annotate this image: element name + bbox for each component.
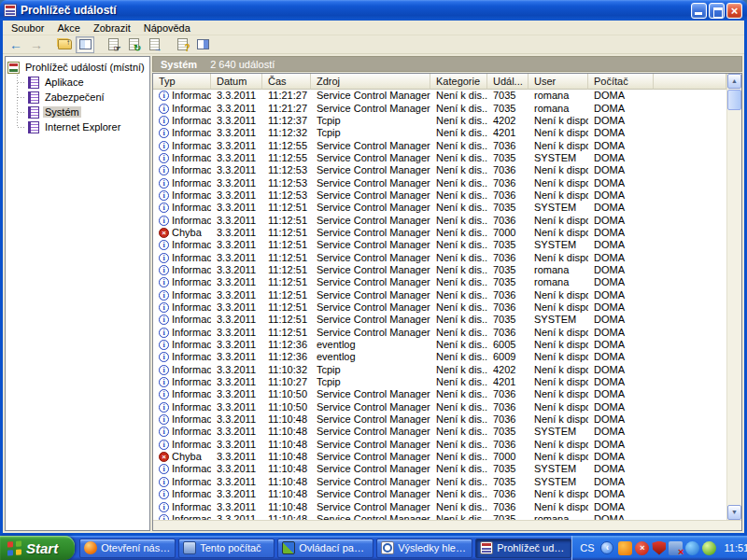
taskbar-button[interactable]: Otevření nástroje... — [79, 539, 176, 558]
sidebar-item-syst-m[interactable]: Systém — [28, 105, 148, 119]
menu-soubor[interactable]: Soubor — [5, 22, 50, 34]
taskbar-button[interactable]: Výsledky hledání — [376, 539, 472, 558]
table-row[interactable]: Informace3.3.201111:12:53Service Control… — [153, 164, 726, 176]
table-row[interactable]: Informace3.3.201111:12:36eventlogNení k … — [153, 351, 726, 363]
table-row[interactable]: Informace3.3.201111:10:48Service Control… — [153, 463, 726, 475]
language-indicator[interactable]: CS — [580, 542, 594, 553]
updates-green-icon[interactable] — [702, 541, 716, 555]
column-header[interactable]: Počítač — [588, 74, 654, 90]
taskbar-button[interactable]: Tento počítač — [178, 539, 275, 558]
up-one-level-icon[interactable] — [55, 36, 74, 53]
column-header[interactable]: Datum — [211, 74, 262, 90]
table-row[interactable]: Informace3.3.201111:10:48Service Control… — [153, 413, 726, 426]
start-button[interactable]: Start — [0, 536, 75, 560]
info-icon — [159, 464, 169, 474]
table-row[interactable]: Informace3.3.201111:12:36eventlogNení k … — [153, 339, 726, 351]
table-row[interactable]: Informace3.3.201111:12:55Service Control… — [153, 139, 726, 151]
table-row[interactable]: Informace3.3.201111:10:27TcpipNení k dis… — [153, 376, 726, 388]
taskbar-button-label: Tento počítač — [200, 542, 261, 553]
table-row[interactable]: Informace3.3.201111:12:32TcpipNení k dis… — [153, 127, 726, 139]
menu-akce[interactable]: Akce — [50, 22, 86, 34]
column-header[interactable]: Kategorie — [430, 74, 487, 90]
table-row[interactable]: Informace3.3.201111:12:51Service Control… — [153, 239, 726, 251]
table-row[interactable]: Informace3.3.201111:12:53Service Control… — [153, 189, 726, 202]
scroll-down-button[interactable]: ▼ — [727, 505, 741, 520]
table-row[interactable]: Informace3.3.201111:10:50Service Control… — [153, 401, 726, 413]
back-icon[interactable] — [7, 36, 25, 53]
table-row[interactable]: Informace3.3.201111:12:51Service Control… — [153, 301, 726, 314]
table-row[interactable]: Informace3.3.201111:12:51Service Control… — [153, 289, 726, 301]
column-header[interactable]: Zdroj — [311, 74, 430, 90]
table-row[interactable]: Informace3.3.201111:21:27Service Control… — [153, 90, 726, 102]
firefox-icon — [84, 541, 97, 554]
error-icon — [159, 452, 169, 462]
info-icon — [159, 253, 169, 263]
info-icon — [159, 302, 169, 313]
table-row[interactable]: Informace3.3.201111:10:48Service Control… — [153, 513, 726, 520]
tree-root[interactable]: Prohlížeč událostí (místní) — [7, 60, 148, 75]
sidebar-item-internet-explorer[interactable]: Internet Explorer — [28, 119, 148, 134]
table-row[interactable]: Informace3.3.201111:10:48Service Control… — [153, 500, 726, 512]
export-list-icon[interactable] — [145, 36, 163, 53]
scroll-track[interactable] — [727, 111, 741, 505]
security-shield-icon[interactable] — [652, 541, 666, 555]
table-row[interactable]: Informace3.3.201111:12:51Service Control… — [153, 264, 726, 276]
show-hide-tree-icon[interactable] — [76, 36, 94, 53]
table-row[interactable]: Informace3.3.201111:12:53Service Control… — [153, 176, 726, 189]
sidebar-item-label: Internet Explorer — [43, 121, 122, 133]
info-icon — [159, 502, 169, 512]
table-row[interactable]: Informace3.3.201111:21:27Service Control… — [153, 102, 726, 114]
column-header[interactable]: Čas — [262, 74, 311, 90]
info-icon — [159, 414, 169, 425]
event-type-label: Informace — [172, 215, 211, 227]
minimize-button[interactable] — [691, 3, 707, 19]
sidebar-item-aplikace[interactable]: Aplikace — [28, 75, 148, 90]
toolbar — [3, 35, 744, 54]
horizontal-scrollbar[interactable] — [153, 520, 741, 530]
menu-napoveda[interactable]: Nápověda — [137, 22, 197, 34]
column-header[interactable]: Udál... — [487, 74, 529, 90]
close-button[interactable] — [726, 3, 742, 19]
table-row[interactable]: Informace3.3.201111:10:48Service Control… — [153, 439, 726, 451]
table-row[interactable]: Informace3.3.201111:12:37TcpipNení k dis… — [153, 115, 726, 127]
event-type-label: Informace — [172, 413, 211, 426]
column-header[interactable]: Typ — [153, 74, 211, 90]
table-row[interactable]: Informace3.3.201111:10:50Service Control… — [153, 388, 726, 400]
table-row[interactable]: Chyba3.3.201111:12:51Service Control Man… — [153, 227, 726, 239]
taskbar-button[interactable]: Ovládací panely — [277, 539, 374, 558]
help-icon[interactable] — [173, 36, 191, 53]
table-row[interactable]: Informace3.3.201111:12:51Service Control… — [153, 314, 726, 326]
scroll-up-button[interactable]: ▲ — [727, 74, 741, 89]
vertical-scrollbar[interactable]: ▲ ▼ — [726, 74, 741, 520]
forward-icon[interactable] — [27, 36, 46, 53]
properties-icon[interactable] — [104, 36, 122, 53]
taskbar-button[interactable]: Prohlížeč událostí — [475, 539, 571, 558]
menu-zobrazit[interactable]: Zobrazit — [87, 22, 137, 34]
table-row[interactable]: Informace3.3.201111:12:51Service Control… — [153, 251, 726, 263]
restore-button[interactable] — [709, 3, 725, 19]
scroll-thumb[interactable] — [727, 90, 741, 110]
security-alert-icon[interactable] — [635, 541, 649, 555]
table-row[interactable]: Informace3.3.201111:12:55Service Control… — [153, 152, 726, 164]
show-hide-pane-icon[interactable] — [193, 36, 212, 53]
event-type-label: Informace — [172, 140, 211, 152]
info-icon — [159, 377, 169, 387]
table-row[interactable]: Informace3.3.201111:12:51Service Control… — [153, 214, 726, 226]
table-row[interactable]: Informace3.3.201111:10:48Service Control… — [153, 476, 726, 488]
table-row[interactable]: Chyba3.3.201111:10:48Service Control Man… — [153, 451, 726, 463]
table-row[interactable]: Informace3.3.201111:10:32TcpipNení k dis… — [153, 364, 726, 376]
column-header[interactable]: User — [529, 74, 588, 90]
event-type-label: Informace — [172, 103, 211, 115]
sidebar-item-zabezpe-en-[interactable]: Zabezpečení — [28, 90, 148, 105]
titlebar[interactable]: Prohlížeč událostí — [0, 0, 747, 21]
table-row[interactable]: Informace3.3.201111:12:51Service Control… — [153, 327, 726, 339]
chevron-left-icon[interactable]: ‹ — [600, 541, 613, 554]
table-row[interactable]: Informace3.3.201111:10:48Service Control… — [153, 426, 726, 438]
table-row[interactable]: Informace3.3.201111:10:48Service Control… — [153, 488, 726, 500]
antivirus-orange-icon[interactable] — [618, 541, 632, 555]
refresh-icon[interactable] — [124, 36, 143, 53]
table-row[interactable]: Informace3.3.201111:12:51Service Control… — [153, 276, 726, 288]
messenger-blue-icon[interactable] — [685, 541, 699, 555]
table-row[interactable]: Informace3.3.201111:12:51Service Control… — [153, 202, 726, 214]
network-disconnected-icon[interactable] — [669, 541, 683, 555]
